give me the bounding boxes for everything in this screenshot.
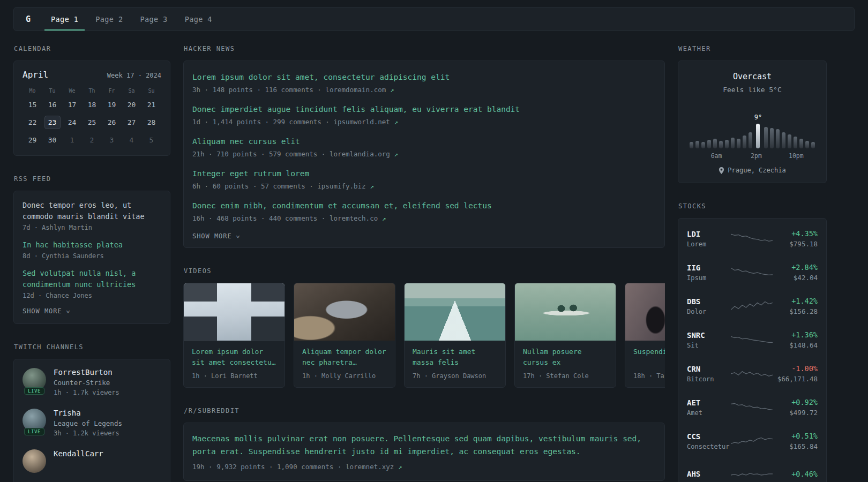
- calendar-day[interactable]: 26: [104, 116, 120, 129]
- stock-values: +0.92%$499.72: [773, 398, 818, 417]
- calendar-day[interactable]: 5: [144, 133, 160, 147]
- reddit-post-domain[interactable]: loremnet.xyz ↗: [346, 463, 402, 471]
- tab-page-1[interactable]: Page 1: [44, 7, 85, 31]
- calendar-day[interactable]: 16: [44, 98, 61, 111]
- calendar-day[interactable]: 1: [64, 133, 80, 147]
- video-title[interactable]: Mauris sit amet massa felis: [413, 347, 497, 368]
- rss-item-title[interactable]: In hac habitasse platea: [23, 239, 161, 251]
- hn-story-title[interactable]: Aliquam nec cursus elit: [192, 136, 656, 147]
- calendar-day[interactable]: 25: [84, 116, 100, 129]
- stock-row[interactable]: IIGIpsum+2.84%$42.04: [687, 255, 818, 289]
- stock-sparkline: [731, 299, 773, 313]
- hn-story-domain[interactable]: loremlandia.org ↗: [330, 150, 398, 158]
- rss-feed-item: Donec tempor eros leo, ut commodo mauris…: [23, 200, 161, 231]
- calendar-day[interactable]: 3: [104, 133, 120, 147]
- channel-game[interactable]: Counter-Strike: [54, 379, 119, 387]
- calendar-day[interactable]: 29: [25, 133, 41, 147]
- weather-hour-bar: [794, 137, 797, 148]
- weather-current-temp: 9°: [754, 114, 762, 121]
- stock-info: LDILorem: [687, 230, 731, 248]
- weather-hour-bar: [799, 139, 803, 148]
- hn-show-more-button[interactable]: SHOW MORE ⌄: [192, 232, 656, 240]
- channel-name[interactable]: Trisha: [54, 409, 122, 417]
- calendar-day[interactable]: 30: [44, 133, 61, 147]
- calendar-day[interactable]: 20: [124, 98, 140, 111]
- stock-row[interactable]: SNRCSit+1.36%$148.64: [687, 323, 818, 357]
- calendar-day[interactable]: 4: [124, 133, 140, 147]
- weather-feels-like: Feels like 5°C: [686, 86, 819, 94]
- video-card[interactable]: Lorem ipsum dolor sit amet consectetu…1h…: [183, 283, 285, 388]
- channel-avatar: LIVE: [23, 409, 46, 432]
- video-card[interactable]: Nullam posuere cursus ex17h · Stefan Col…: [514, 283, 616, 388]
- calendar-day[interactable]: 24: [64, 116, 80, 129]
- hn-story-title[interactable]: Lorem ipsum dolor sit amet, consectetur …: [192, 72, 656, 83]
- left-column: CALENDAR April Week 17 · 2024 MoTuWeThFr…: [13, 45, 170, 482]
- video-card[interactable]: Suspendisse diam18h · Tara: [625, 283, 665, 388]
- app-logo[interactable]: G: [26, 7, 31, 31]
- twitch-channel-item[interactable]: KendallCarr: [23, 449, 161, 473]
- hn-story-title[interactable]: Donec imperdiet augue tincidunt felis al…: [192, 104, 656, 115]
- stock-row[interactable]: CRNBitcorn-1.00%$66,171.48: [687, 357, 818, 390]
- hn-story-title[interactable]: Donec enim nibh, condimentum et accumsan…: [192, 200, 656, 212]
- video-thumbnail: [515, 283, 616, 341]
- channel-game[interactable]: League of Legends: [54, 419, 122, 427]
- video-meta: 18h · Tara: [633, 372, 665, 380]
- stock-row[interactable]: DBSDolor+1.42%$156.28: [687, 289, 818, 323]
- hn-story-domain[interactable]: ipsumworld.net ↗: [333, 118, 398, 126]
- section-title-hacker-news: HACKER NEWS: [184, 45, 665, 52]
- channel-name[interactable]: ForrestBurton: [54, 368, 119, 376]
- stock-values: +0.51%$165.84: [773, 432, 818, 450]
- weather-bar: [737, 139, 740, 148]
- hn-story-meta: 16h · 468 points · 440 comments · loremt…: [192, 214, 656, 222]
- calendar-day[interactable]: 28: [144, 116, 160, 129]
- hn-story-title[interactable]: Integer eget rutrum lorem: [192, 168, 656, 179]
- stock-row[interactable]: LDILorem+4.35%$795.18: [687, 222, 818, 255]
- avatar-image: [23, 449, 46, 473]
- twitch-channel-item[interactable]: LIVEForrestBurtonCounter-Strike1h · 1.7k…: [23, 368, 161, 396]
- video-title[interactable]: Suspendisse diam: [633, 347, 665, 368]
- video-title[interactable]: Nullam posuere cursus ex: [523, 347, 608, 368]
- rss-section: RSS FEED Donec tempor eros leo, ut commo…: [13, 175, 170, 324]
- calendar-day[interactable]: 21: [144, 98, 160, 111]
- tab-page-3[interactable]: Page 3: [133, 7, 174, 31]
- weather-hour-bar: [770, 128, 774, 148]
- stock-info: CCSConsectetur: [687, 432, 731, 450]
- rss-show-more-button[interactable]: SHOW MORE ⌄: [23, 307, 161, 315]
- videos-strip: Lorem ipsum dolor sit amet consectetu…1h…: [183, 283, 665, 388]
- tab-page-2[interactable]: Page 2: [89, 7, 129, 31]
- hacker-news-section: HACKER NEWS Lorem ipsum dolor sit amet, …: [183, 45, 665, 248]
- calendar-day[interactable]: 27: [124, 116, 140, 129]
- rss-item-title[interactable]: Sed volutpat nulla nisl, a condimentum n…: [23, 268, 161, 290]
- calendar-day[interactable]: 17: [64, 98, 80, 111]
- hn-story-meta: 21h · 710 points · 579 comments · loreml…: [192, 150, 656, 158]
- dashboard-grid: CALENDAR April Week 17 · 2024 MoTuWeThFr…: [13, 45, 855, 482]
- channel-name[interactable]: KendallCarr: [54, 449, 103, 458]
- reddit-post-title[interactable]: Maecenas mollis pulvinar erat non posuer…: [192, 433, 656, 458]
- video-card[interactable]: Aliquam tempor dolor nec pharetra…1h · M…: [294, 283, 395, 388]
- weather-bar: [776, 129, 780, 148]
- tab-page-4[interactable]: Page 4: [178, 7, 219, 31]
- video-card[interactable]: Mauris sit amet massa felis7h · Grayson …: [404, 283, 506, 388]
- stock-info: DBSDolor: [687, 297, 731, 315]
- hn-story-domain[interactable]: ipsumify.biz ↗: [317, 182, 373, 190]
- channel-info: ForrestBurtonCounter-Strike1h · 1.7k vie…: [54, 368, 119, 396]
- calendar-day[interactable]: 2: [84, 133, 100, 147]
- calendar-day[interactable]: 18: [84, 98, 100, 111]
- hn-story-domain[interactable]: loremtech.co ↗: [330, 214, 386, 222]
- calendar-day[interactable]: 19: [104, 98, 120, 111]
- twitch-channel-item[interactable]: LIVETrishaLeague of Legends3h · 1.2k vie…: [23, 409, 161, 437]
- video-title[interactable]: Aliquam tempor dolor nec pharetra…: [302, 347, 387, 368]
- stock-row[interactable]: AETAmet+0.92%$499.72: [687, 390, 818, 424]
- stock-price: $66,171.48: [773, 375, 818, 383]
- calendar-week-year: Week 17 · 2024: [107, 72, 161, 79]
- calendar-day[interactable]: 15: [25, 98, 41, 111]
- rss-item-title[interactable]: Donec tempor eros leo, ut commodo mauris…: [23, 200, 161, 222]
- stock-symbol: DBS: [687, 297, 731, 306]
- calendar-day-selected[interactable]: 23: [44, 116, 61, 129]
- hn-story-domain[interactable]: loremdomain.com ↗: [325, 86, 394, 94]
- video-title[interactable]: Lorem ipsum dolor sit amet consectetu…: [192, 347, 276, 368]
- stock-row[interactable]: AHS+0.46%: [687, 458, 818, 482]
- stock-row[interactable]: CCSConsectetur+0.51%$165.84: [687, 424, 818, 458]
- calendar-day[interactable]: 22: [25, 116, 41, 129]
- weather-bar: [701, 142, 705, 148]
